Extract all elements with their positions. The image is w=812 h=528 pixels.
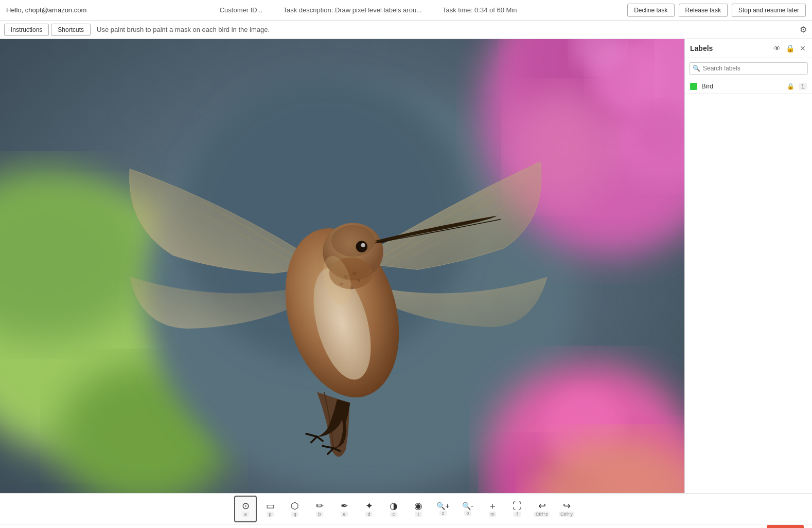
task-info: Customer ID... Task description: Draw pi… xyxy=(109,6,627,14)
fill-tool-button[interactable]: ◉ t xyxy=(407,496,430,522)
customer-id: Customer ID... xyxy=(220,6,263,14)
zoom-out-tool-button[interactable]: 🔍- o xyxy=(456,496,479,522)
brush-tool-button[interactable]: ✏ b xyxy=(308,496,331,522)
redo-tool-button[interactable]: ↪ Ctrl+y xyxy=(555,496,578,522)
svg-point-23 xyxy=(331,225,375,257)
fit-tool-icon: ⛶ xyxy=(513,501,522,511)
shortcuts-button[interactable]: Shortcuts xyxy=(51,24,91,36)
svg-point-28 xyxy=(352,271,356,275)
zoom-in-tool-icon: 🔍+ xyxy=(436,502,449,509)
label-item-bird[interactable]: Bird 🔒 1 xyxy=(685,79,812,94)
brush-tool-key: b xyxy=(316,512,323,517)
task-time: Task time: 0:34 of 60 Min xyxy=(443,6,517,14)
instructions-button[interactable]: Instructions xyxy=(4,24,49,36)
instruction-text: Use paint brush to paint a mask on each … xyxy=(97,26,270,33)
label-color-bird xyxy=(690,83,697,90)
lock-icon-panel[interactable]: 🔒 xyxy=(785,43,796,53)
search-labels-wrap: 🔍 xyxy=(685,58,812,79)
task-description: Task description: Draw pixel level label… xyxy=(283,6,422,14)
contrast-tool-key: c xyxy=(390,512,397,517)
poly-tool-icon: ⬡ xyxy=(291,501,299,511)
close-panel-button[interactable]: ✕ xyxy=(799,43,807,53)
canvas-area[interactable]: ⊙ xyxy=(0,39,684,493)
contrast-tool-button[interactable]: ◑ c xyxy=(382,496,405,522)
zoom-in-tool-button[interactable]: 🔍+ z xyxy=(432,496,454,522)
bottom-bar: Treat the data in this task as confident… xyxy=(0,524,812,528)
redo-tool-key: Ctrl+y xyxy=(559,512,574,517)
zoom-out-tool-key: o xyxy=(464,511,471,516)
add-tool-icon: ＋ xyxy=(488,501,497,511)
undo-tool-key: Ctrl+z xyxy=(534,512,550,517)
svg-point-25 xyxy=(361,243,365,247)
select-tool-key: a xyxy=(242,512,249,517)
rect-tool-key: p xyxy=(267,512,274,517)
settings-icon[interactable]: ⚙ xyxy=(800,25,807,34)
fill-tool-key: t xyxy=(415,512,422,517)
add-tool-key: m xyxy=(489,512,496,517)
label-name-bird: Bird xyxy=(701,82,783,90)
pen-tool-key: e xyxy=(341,512,348,517)
top-actions: Decline task Release task Stop and resum… xyxy=(627,4,806,17)
rect-tool-icon: ▭ xyxy=(266,501,275,511)
zoom-out-tool-icon: 🔍- xyxy=(462,502,473,509)
label-count-bird: 1 xyxy=(799,83,807,90)
undo-tool-button[interactable]: ↩ Ctrl+z xyxy=(531,496,553,522)
stop-resume-button[interactable]: Stop and resume later xyxy=(732,4,806,17)
toolbar: ⊙ a ▭ p ⬡ q ✏ b ✒ e ✦ d ◑ c ◉ t 🔍+ z 🔍- … xyxy=(0,493,812,524)
annotation-canvas[interactable]: ⊙ xyxy=(0,39,684,493)
poly-tool-key: q xyxy=(291,512,298,517)
fit-tool-button[interactable]: ⛶ f xyxy=(506,496,528,522)
visibility-icon[interactable]: 👁 xyxy=(772,43,782,53)
submit-button[interactable]: Submit xyxy=(767,525,804,528)
undo-tool-icon: ↩ xyxy=(538,501,546,511)
top-bar: Hello, chopt@amazon.com Customer ID... T… xyxy=(0,0,812,21)
search-labels-input[interactable] xyxy=(689,62,808,75)
brush-tool-icon: ✏ xyxy=(316,501,324,511)
brightness-tool-icon: ✦ xyxy=(365,501,373,511)
brightness-tool-button[interactable]: ✦ d xyxy=(358,496,380,522)
labels-panel: Labels 👁 🔒 ✕ 🔍 Bird 🔒 1 xyxy=(684,39,812,493)
contrast-tool-icon: ◑ xyxy=(390,501,398,511)
labels-title: Labels xyxy=(690,44,769,52)
search-wrap: 🔍 xyxy=(689,62,808,75)
user-greeting: Hello, chopt@amazon.com xyxy=(6,6,109,14)
instructions-bar: Instructions Shortcuts Use paint brush t… xyxy=(0,21,812,39)
fit-tool-key: f xyxy=(514,512,521,517)
release-task-button[interactable]: Release task xyxy=(679,4,728,17)
decline-task-button[interactable]: Decline task xyxy=(627,4,674,17)
label-list: Bird 🔒 1 xyxy=(685,79,812,493)
zoom-in-tool-key: z xyxy=(439,511,447,516)
select-tool-icon: ⊙ xyxy=(242,501,250,511)
pen-tool-button[interactable]: ✒ e xyxy=(333,496,356,522)
svg-point-31 xyxy=(357,279,360,282)
pen-tool-icon: ✒ xyxy=(341,501,348,511)
poly-tool-button[interactable]: ⬡ q xyxy=(284,496,306,522)
fill-tool-icon: ◉ xyxy=(414,501,422,511)
labels-header: Labels 👁 🔒 ✕ xyxy=(685,39,812,58)
rect-tool-button[interactable]: ▭ p xyxy=(259,496,281,522)
main-content: ⊙ Labels 👁 🔒 ✕ 🔍 Bird 🔒 1 xyxy=(0,39,812,493)
redo-tool-icon: ↪ xyxy=(563,501,571,511)
brightness-tool-key: d xyxy=(365,512,373,517)
select-tool-button[interactable]: ⊙ a xyxy=(234,496,257,522)
search-icon: 🔍 xyxy=(693,65,700,72)
add-tool-button[interactable]: ＋ m xyxy=(481,496,504,522)
label-lock-icon-bird: 🔒 xyxy=(787,83,795,90)
